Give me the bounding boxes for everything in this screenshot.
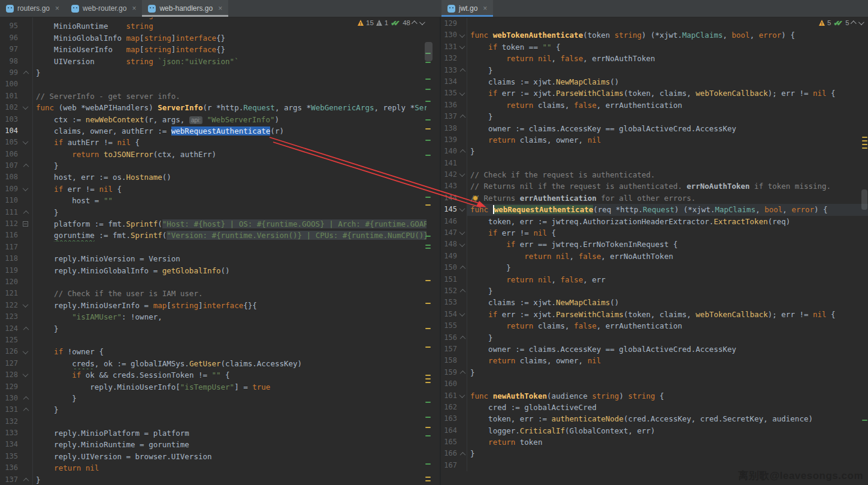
- line-number[interactable]: 135: [0, 451, 18, 462]
- fold-icon[interactable]: [18, 102, 33, 113]
- close-icon[interactable]: ×: [218, 5, 222, 12]
- fold-icon[interactable]: [18, 474, 33, 485]
- line-number[interactable]: 104: [0, 125, 18, 137]
- code-line-116[interactable]: 116 goruntime := fmt.Sprintf("Version: #…: [0, 230, 427, 241]
- scrollbar-thumb[interactable]: [425, 42, 433, 61]
- close-icon[interactable]: ×: [483, 5, 487, 12]
- code-line-155[interactable]: 155 return claims, false, errAuthenticat…: [441, 320, 868, 332]
- fold-icon[interactable]: [18, 346, 33, 357]
- line-number[interactable]: 106: [0, 149, 18, 160]
- line-number[interactable]: 120: [0, 276, 18, 288]
- code-line-135[interactable]: 135 reply.UIVersion = browser.UIVersion: [0, 451, 427, 462]
- fold-icon[interactable]: [18, 160, 33, 171]
- line-number[interactable]: 118: [0, 253, 18, 264]
- line-number[interactable]: 150: [441, 262, 457, 273]
- code-line-132[interactable]: 132 return nil, false, errNoAuthToken: [441, 53, 868, 64]
- line-number[interactable]: 146: [441, 216, 457, 227]
- intention-bulb-icon[interactable]: [473, 195, 478, 201]
- line-number[interactable]: 134: [0, 439, 18, 450]
- line-number[interactable]: 145: [441, 204, 457, 215]
- line-number[interactable]: 162: [441, 402, 457, 413]
- line-number[interactable]: 143: [441, 180, 457, 192]
- line-number[interactable]: 132: [441, 53, 457, 64]
- line-number[interactable]: 136: [0, 462, 18, 474]
- code-line-99[interactable]: 99}: [0, 67, 427, 79]
- code-line-117[interactable]: 117: [0, 242, 427, 253]
- line-number[interactable]: 157: [441, 344, 457, 355]
- code-line-147[interactable]: 147 if err != nil {: [441, 227, 868, 239]
- fold-icon[interactable]: [457, 262, 467, 273]
- code-line-123[interactable]: 123 "isIAMUser": !owner,: [0, 311, 427, 323]
- fold-icon[interactable]: [457, 88, 467, 99]
- fold-icon[interactable]: [457, 111, 467, 122]
- code-line-161[interactable]: 161func newAuthToken(audience string) st…: [441, 390, 868, 402]
- fold-icon[interactable]: [18, 137, 33, 148]
- code-line-110[interactable]: 110 host = "": [0, 195, 427, 206]
- code-line-150[interactable]: 150 }: [441, 262, 868, 273]
- code-line-136[interactable]: 136 return nil: [0, 462, 427, 474]
- fold-icon[interactable]: [457, 169, 467, 180]
- code-line-97[interactable]: 97 MinioUserInfo map[string]interface{}: [0, 44, 427, 55]
- fold-icon[interactable]: [18, 393, 33, 404]
- line-number[interactable]: 98: [0, 56, 18, 67]
- code-line-153[interactable]: 153 claims := xjwt.NewMapClaims(): [441, 297, 868, 308]
- line-number[interactable]: 137: [441, 111, 457, 122]
- code-line-133[interactable]: 133 reply.MinioPlatform = platform: [0, 427, 427, 439]
- code-line-163[interactable]: 163 token, err := authenticateNode(cred.…: [441, 413, 868, 424]
- code-line-102[interactable]: 102func (web *webAPIHandlers) ServerInfo…: [0, 102, 427, 113]
- fold-icon[interactable]: [18, 300, 33, 311]
- pane-splitter[interactable]: [440, 0, 441, 485]
- code-line-132[interactable]: 132: [0, 416, 427, 427]
- line-number[interactable]: 128: [0, 369, 18, 381]
- line-number[interactable]: 135: [441, 88, 457, 99]
- line-number[interactable]: 159: [441, 367, 457, 378]
- line-number[interactable]: 141: [441, 158, 457, 169]
- code-line-131[interactable]: 131 if token == "" {: [441, 41, 868, 53]
- code-line-127[interactable]: 127 creds, ok := globalIAMSys.GetUser(cl…: [0, 358, 427, 369]
- code-line-162[interactable]: 162 cred := globalActiveCred: [441, 402, 868, 413]
- code-line-128[interactable]: 128 if ok && creds.SessionToken != "" {: [0, 369, 427, 381]
- tab-jwt.go[interactable]: jwt.go×: [441, 0, 493, 17]
- line-number[interactable]: 99: [0, 67, 18, 79]
- line-number[interactable]: 144: [441, 192, 457, 204]
- line-number[interactable]: 109: [0, 183, 18, 195]
- fold-icon[interactable]: [457, 239, 467, 250]
- line-number[interactable]: 161: [441, 390, 457, 402]
- line-number[interactable]: 117: [0, 242, 18, 253]
- code-line-130[interactable]: 130 }: [0, 393, 427, 404]
- close-icon[interactable]: ×: [132, 5, 136, 12]
- fold-icon[interactable]: [457, 146, 467, 157]
- line-number[interactable]: 164: [441, 425, 457, 436]
- line-number[interactable]: 134: [441, 76, 457, 88]
- tab-web-router.go[interactable]: web-router.go×: [65, 0, 142, 17]
- code-line-141[interactable]: 141: [441, 158, 868, 169]
- fold-icon[interactable]: [18, 323, 33, 335]
- fold-icon[interactable]: [18, 369, 33, 381]
- line-number[interactable]: 137: [0, 474, 18, 485]
- code-line-101[interactable]: 101// ServerInfo - get server info.: [0, 91, 427, 102]
- code-line-126[interactable]: 126 if !owner {: [0, 346, 427, 357]
- code-line-129[interactable]: 129: [441, 18, 868, 29]
- fold-icon[interactable]: [457, 390, 467, 402]
- close-icon[interactable]: ×: [55, 5, 59, 12]
- line-number[interactable]: 166: [441, 448, 457, 459]
- line-number[interactable]: 130: [0, 393, 18, 404]
- line-number[interactable]: 102: [0, 102, 18, 113]
- line-number[interactable]: 108: [0, 171, 18, 183]
- line-number[interactable]: 158: [441, 355, 457, 366]
- code-line-137[interactable]: 137 }: [441, 111, 868, 122]
- code-line-140[interactable]: 140}: [441, 146, 868, 157]
- fold-icon[interactable]: [457, 285, 467, 297]
- code-line-159[interactable]: 159}: [441, 367, 868, 378]
- line-number[interactable]: 155: [441, 320, 457, 332]
- line-number[interactable]: 136: [441, 100, 457, 111]
- prev-problem-button[interactable]: [412, 20, 418, 26]
- line-number[interactable]: 163: [441, 413, 457, 424]
- line-number[interactable]: 147: [441, 227, 457, 239]
- editor-pane-jwt[interactable]: 129130func webTokenAuthenticate(token st…: [441, 17, 868, 485]
- left-error-stripe[interactable]: [424, 17, 433, 485]
- line-number[interactable]: 119: [0, 265, 18, 276]
- code-line-104[interactable]: 104 claims, owner, authErr := webRequest…: [0, 125, 427, 137]
- line-number[interactable]: 154: [441, 309, 457, 320]
- line-number[interactable]: 97: [0, 44, 18, 55]
